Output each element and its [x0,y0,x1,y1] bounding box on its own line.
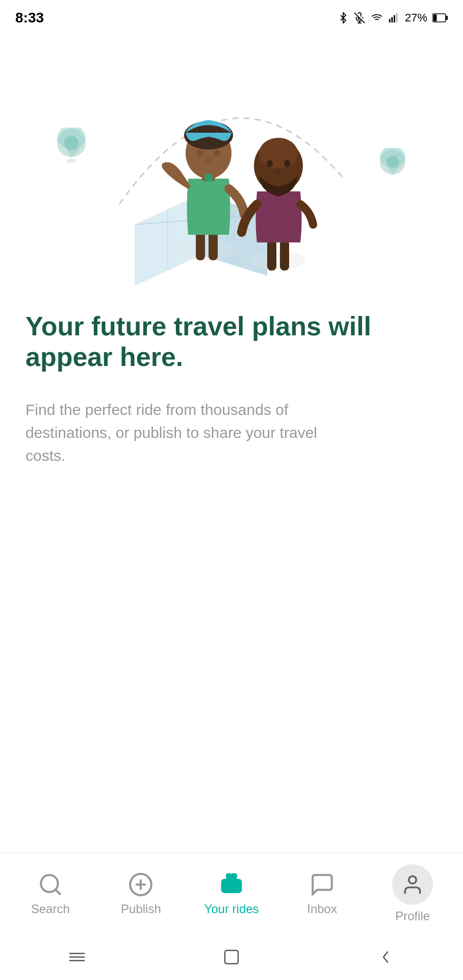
profile-icon [401,873,424,896]
characters-illustration [114,71,349,291]
publish-icon [127,871,154,898]
nav-label-profile: Profile [395,909,430,923]
nav-item-your-rides[interactable]: Your rides [193,866,270,921]
nav-item-publish[interactable]: Publish [102,866,179,921]
mute-icon [354,12,365,23]
svg-rect-4 [389,19,391,22]
svg-point-29 [197,150,203,157]
svg-point-23 [178,240,234,260]
status-icons: 27% [338,11,448,24]
wifi-icon [370,12,383,23]
nav-label-your-rides: Your rides [204,902,259,916]
main-content: Your future travel plans will appear her… [0,36,463,852]
svg-point-39 [267,160,273,167]
nav-item-search[interactable]: Search [12,866,89,921]
svg-rect-34 [267,240,276,271]
battery-level: 27% [405,11,427,24]
home-button[interactable] [219,944,244,970]
your-rides-icon [218,871,245,898]
svg-rect-7 [396,13,398,22]
pin-left-icon [56,128,87,163]
svg-rect-6 [394,15,395,23]
recent-apps-button[interactable] [64,944,90,970]
svg-point-13 [66,159,76,163]
svg-point-31 [204,174,213,182]
nav-label-publish: Publish [121,902,161,916]
svg-rect-10 [446,16,448,20]
svg-point-41 [275,170,282,175]
svg-rect-51 [225,950,238,964]
back-button[interactable] [373,944,399,970]
bottom-nav: Search Publish Your rides [0,852,463,934]
svg-point-40 [284,160,290,167]
battery-icon [432,13,448,22]
svg-point-30 [214,150,220,157]
nav-item-inbox[interactable]: Inbox [284,866,361,921]
headline: Your future travel plans will appear her… [25,311,438,373]
svg-line-43 [55,889,60,894]
status-time: 8:33 [15,10,44,26]
signal-icon [389,12,400,23]
nav-item-profile[interactable]: Profile [374,859,451,928]
nav-label-search: Search [31,902,70,916]
search-icon [37,871,64,898]
system-nav [0,934,463,980]
bluetooth-icon [338,12,349,23]
nav-label-inbox: Inbox [307,902,337,916]
status-bar: 8:33 27% [0,0,463,36]
illustration-container [25,46,438,291]
subtext: Find the perfect ride from thousands of … [25,398,342,467]
svg-rect-5 [391,17,393,22]
svg-point-47 [409,876,417,884]
svg-rect-35 [280,240,289,271]
svg-point-38 [259,138,298,168]
pin-right-icon [379,148,407,181]
svg-point-33 [249,251,305,270]
profile-hover-bg [392,864,433,905]
svg-rect-9 [433,15,437,21]
svg-point-32 [204,158,213,163]
inbox-icon [309,871,336,898]
